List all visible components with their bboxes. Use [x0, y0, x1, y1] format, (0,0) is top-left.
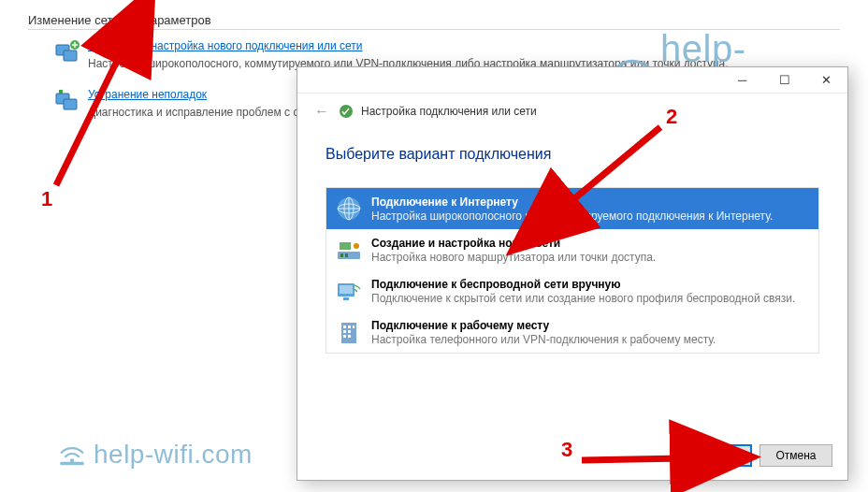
troubleshoot-icon — [54, 88, 82, 114]
option-workplace[interactable]: Подключение к рабочему месту Настройка т… — [326, 311, 818, 353]
maximize-button[interactable]: ☐ — [763, 67, 805, 94]
building-icon — [334, 317, 364, 347]
svg-rect-11 — [60, 462, 84, 466]
troubleshoot-link[interactable]: Устранение неполадок — [88, 88, 207, 101]
option-desc: Подключение к скрытой сети или создание … — [371, 292, 795, 305]
dialog-instruction: Выберите вариант подключения — [326, 146, 819, 163]
dialog-header: ← Настройка подключения или сети — [297, 94, 847, 125]
svg-rect-20 — [345, 253, 348, 257]
new-connection-icon — [54, 39, 82, 65]
option-title: Подключение к беспроводной сети вручную — [371, 278, 795, 291]
svg-rect-19 — [340, 253, 343, 257]
svg-point-18 — [354, 243, 359, 249]
svg-rect-22 — [340, 285, 353, 294]
back-arrow-icon[interactable]: ← — [311, 101, 333, 122]
wifi-icon — [56, 441, 88, 468]
watermark-text: help-wifi.com — [94, 440, 253, 470]
option-wireless-manual[interactable]: Подключение к беспроводной сети вручную … — [326, 270, 818, 311]
svg-rect-29 — [348, 330, 351, 333]
watermark-bottom: help-wifi.com — [56, 440, 253, 470]
cancel-button[interactable]: Отмена — [760, 444, 832, 467]
next-button[interactable]: Далее — [679, 444, 752, 467]
dialog-footer: Далее Отмена — [679, 444, 832, 467]
close-button[interactable]: ✕ — [805, 67, 847, 94]
svg-rect-30 — [343, 335, 346, 338]
svg-rect-28 — [343, 330, 346, 333]
svg-rect-17 — [340, 242, 351, 250]
option-desc: Настройка широкополосного или коммутируе… — [371, 210, 773, 223]
option-internet[interactable]: Подключение к Интернету Настройка широко… — [326, 188, 818, 229]
svg-rect-5 — [59, 90, 63, 94]
svg-rect-4 — [64, 99, 77, 109]
titlebar: ─ ☐ ✕ — [297, 67, 847, 94]
svg-rect-1 — [64, 51, 77, 61]
svg-rect-26 — [348, 326, 351, 328]
connection-dialog: ─ ☐ ✕ ← Настройка подключения или сети В… — [297, 66, 848, 481]
globe-icon — [334, 194, 364, 224]
svg-rect-25 — [343, 326, 346, 328]
option-title: Подключение к Интернету — [371, 195, 773, 209]
svg-rect-23 — [343, 297, 349, 300]
new-connection-link[interactable]: Создание и настройка нового подключения … — [88, 39, 363, 52]
option-desc: Настройка телефонного или VPN-подключени… — [371, 333, 716, 346]
monitor-wifi-icon — [334, 276, 364, 306]
dialog-icon — [339, 104, 354, 119]
svg-rect-31 — [348, 335, 351, 338]
option-new-network[interactable]: Создание и настройка новой сети Настройк… — [326, 229, 818, 270]
minimize-button[interactable]: ─ — [721, 67, 763, 94]
dialog-title: Настройка подключения или сети — [361, 105, 537, 118]
option-title: Создание и настройка новой сети — [371, 237, 656, 250]
section-title: Изменение сетевых параметров — [28, 13, 840, 27]
options-list: Подключение к Интернету Настройка широко… — [326, 187, 819, 354]
option-desc: Настройка нового маршрутизатора или точк… — [371, 251, 656, 264]
router-icon — [334, 235, 364, 265]
option-title: Подключение к рабочему месту — [371, 319, 716, 332]
svg-rect-27 — [353, 326, 354, 328]
